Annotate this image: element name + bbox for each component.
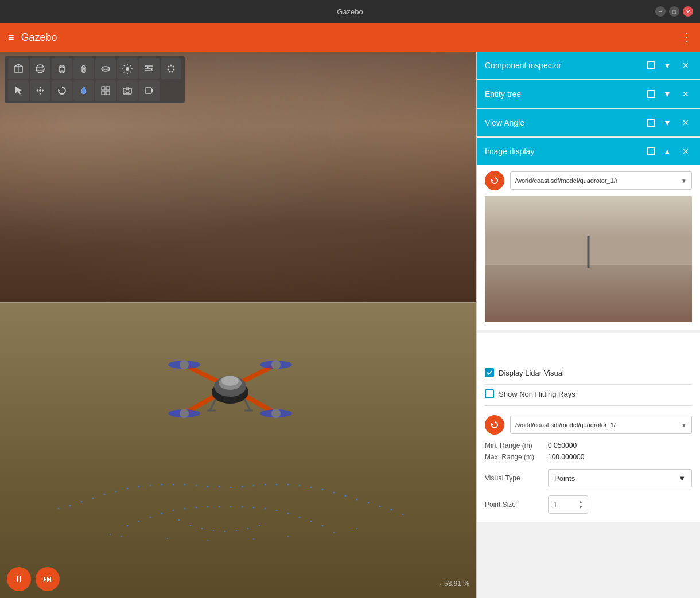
svg-point-11 — [102, 68, 110, 70]
minimize-button[interactable]: − — [655, 6, 666, 17]
lidar-topic-dropdown[interactable]: /world/coast.sdf/model/quadrotor_1/ ▼ — [510, 416, 692, 434]
visualize-lidar-title: Visualize lidar — [485, 342, 647, 351]
toolbar-lines-btn[interactable] — [139, 58, 160, 79]
component-inspector-collapse-btn[interactable]: ▼ — [661, 59, 674, 72]
toolbar-grid-btn[interactable] — [95, 80, 116, 101]
entity-tree-title: Entity tree — [485, 89, 647, 99]
right-panel: Component inspector ▼ ✕ Entity tree ▼ ✕ … — [476, 52, 700, 598]
image-display-title: Image display — [485, 147, 647, 156]
svg-point-28 — [168, 69, 169, 71]
hamburger-menu-icon[interactable]: ≡ — [8, 32, 14, 44]
visual-type-value: Points — [554, 474, 575, 483]
3d-viewport[interactable]: ⏸ ⏭ ‹ 53.91 % — [0, 52, 476, 598]
image-refresh-button[interactable] — [485, 171, 504, 190]
point-size-down-icon[interactable]: ▼ — [578, 505, 583, 510]
max-range-row: Max. Range (m) 100.000000 — [485, 453, 692, 461]
svg-point-50 — [180, 409, 189, 418]
close-button[interactable]: ✕ — [683, 6, 693, 17]
toolbar-particle-btn[interactable] — [161, 58, 181, 79]
show-non-hitting-label: Show Non Hitting Rays — [499, 390, 575, 398]
entity-tree-actions: ▼ ✕ — [647, 88, 692, 100]
toolbar-cylinder-btn[interactable] — [52, 58, 72, 79]
main-layout: ⏸ ⏭ ‹ 53.91 % Component inspector ▼ ✕ En… — [0, 52, 700, 598]
svg-rect-35 — [102, 91, 105, 95]
entity-tree-collapse-btn[interactable]: ▼ — [661, 88, 674, 100]
toolbar-rotate-btn[interactable] — [52, 80, 72, 101]
entity-tree-close-btn[interactable]: ✕ — [679, 88, 692, 100]
zoom-level: 53.91 % — [444, 580, 469, 588]
visualize-lidar-section: Display Lidar Visual Show Non Hitting Ra… — [477, 360, 700, 522]
display-lidar-label: Display Lidar Visual — [499, 369, 564, 377]
view-angle-collapse-btn[interactable]: ▼ — [661, 116, 674, 129]
svg-point-2 — [36, 65, 44, 73]
view-angle-expand-icon[interactable] — [647, 119, 655, 127]
svg-point-51 — [271, 409, 281, 418]
svg-point-3 — [36, 67, 44, 71]
visual-type-dropdown[interactable]: Points ▼ — [548, 469, 692, 487]
show-non-hitting-checkbox[interactable] — [485, 389, 494, 398]
entity-tree-header: Entity tree ▼ ✕ — [477, 80, 700, 108]
visualize-lidar-close-btn[interactable]: ✕ — [679, 340, 692, 353]
image-display-close-btn[interactable]: ✕ — [679, 145, 692, 158]
visualize-lidar-expand-icon[interactable] — [647, 342, 655, 350]
maximize-button[interactable]: □ — [669, 6, 679, 17]
lidar-refresh-button[interactable] — [485, 415, 504, 435]
image-display-header: Image display ▲ ✕ — [477, 138, 700, 165]
toolbar-fluid-btn[interactable] — [73, 80, 94, 101]
entity-tree-expand-icon[interactable] — [647, 90, 655, 98]
lidar-topic-value: /world/coast.sdf/model/quadrotor_1/ — [515, 421, 616, 428]
svg-line-19 — [124, 72, 125, 73]
svg-point-38 — [126, 89, 129, 93]
visualize-lidar-actions: ▲ ✕ — [647, 340, 692, 353]
point-size-row: Point Size 1 ▲ ▼ — [485, 495, 692, 514]
skip-button[interactable]: ⏭ — [36, 567, 60, 591]
image-display-section: /world/coast.sdf/model/quadrotor_1/r ▼ — [477, 165, 700, 330]
toolbar-move-btn[interactable] — [30, 80, 50, 101]
point-size-input[interactable]: 1 ▲ ▼ — [548, 495, 588, 514]
visual-type-arrow-icon: ▼ — [678, 474, 686, 483]
toolbar-light-btn[interactable] — [117, 58, 138, 79]
max-range-label: Max. Range (m) — [485, 453, 548, 461]
image-topic-row: /world/coast.sdf/model/quadrotor_1/r ▼ — [477, 165, 700, 196]
window-title: Gazebo — [337, 7, 363, 16]
max-range-value: 100.000000 — [548, 453, 584, 461]
image-topic-dropdown[interactable]: /world/coast.sdf/model/quadrotor_1/r ▼ — [510, 171, 692, 190]
image-display-collapse-btn[interactable]: ▲ — [661, 145, 674, 158]
lidar-content: Display Lidar Visual Show Non Hitting Ra… — [477, 360, 700, 522]
toolbar-box-btn[interactable] — [8, 58, 29, 79]
view-angle-header: View Angle ▼ ✕ — [477, 109, 700, 136]
toolbar-row-1 — [8, 58, 181, 79]
toolbar-ellipsoid-btn[interactable] — [95, 58, 116, 79]
component-inspector-expand-icon[interactable] — [647, 61, 655, 69]
view-angle-title: View Angle — [485, 118, 647, 127]
point-size-up-icon[interactable]: ▲ — [578, 500, 583, 505]
pause-button[interactable]: ⏸ — [7, 567, 31, 591]
point-size-label: Point Size — [485, 501, 548, 509]
scene-background — [0, 52, 476, 598]
image-display-expand-icon[interactable] — [647, 147, 655, 155]
image-topic-value: /world/coast.sdf/model/quadrotor_1/r — [515, 177, 618, 184]
image-preview-svg — [485, 196, 692, 322]
toolbar-capsule-btn[interactable] — [73, 58, 94, 79]
svg-rect-34 — [106, 87, 110, 90]
visualize-lidar-header: Visualize lidar ▲ ✕ — [477, 333, 700, 360]
toolbar-select-btn[interactable] — [8, 80, 29, 101]
toolbar-screenshot-btn[interactable] — [117, 80, 138, 101]
visual-type-label: Visual Type — [485, 474, 548, 482]
min-range-label: Min. Range (m) — [485, 441, 548, 450]
svg-point-48 — [180, 360, 189, 369]
svg-line-17 — [124, 65, 125, 67]
component-inspector-close-btn[interactable]: ✕ — [679, 59, 692, 72]
svg-line-20 — [130, 72, 131, 73]
display-lidar-checkbox[interactable] — [485, 368, 494, 377]
min-range-value: 0.050000 — [548, 441, 577, 450]
visualize-lidar-collapse-btn[interactable]: ▲ — [661, 340, 674, 353]
view-angle-close-btn[interactable]: ✕ — [679, 116, 692, 129]
separator-1 — [485, 384, 692, 385]
toolbar-video-btn[interactable] — [139, 80, 160, 101]
svg-rect-129 — [587, 236, 589, 268]
kebab-menu-icon[interactable]: ⋮ — [680, 30, 692, 44]
toolbar-sphere-btn[interactable] — [30, 58, 50, 79]
svg-rect-33 — [102, 87, 105, 90]
svg-point-27 — [173, 66, 174, 68]
